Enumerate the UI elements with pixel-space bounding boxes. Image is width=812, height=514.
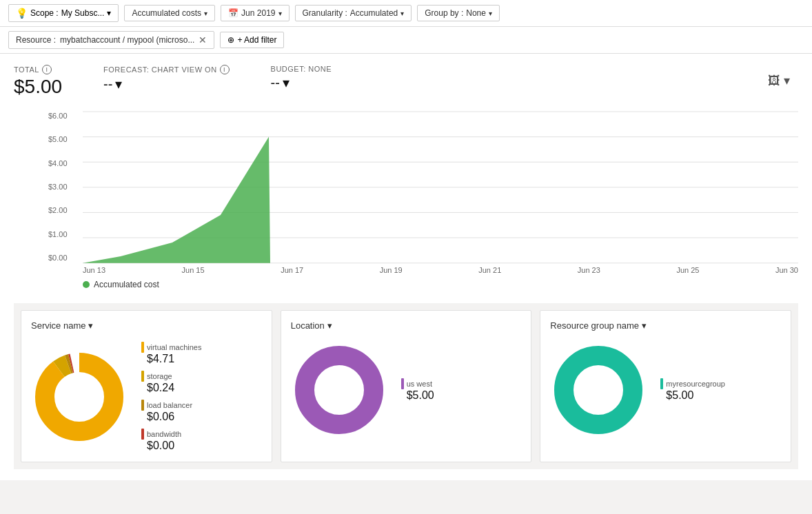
rg-label: myresourcegroup — [666, 380, 725, 388]
bandwidth-label: bandwidth — [147, 430, 181, 438]
add-filter-label: + Add filter — [237, 35, 276, 45]
x-label-jun17: Jun 17 — [281, 266, 303, 274]
legend-item-vms: virtual machines $4.71 — [141, 342, 201, 365]
vm-value: $4.71 — [141, 353, 201, 365]
service-name-body: virtual machines $4.71 storage $0.24 — [31, 342, 262, 452]
location-donut-svg — [291, 342, 387, 438]
storage-label: storage — [147, 372, 172, 380]
vm-color-bar — [141, 342, 144, 353]
chart-legend: Accumulated cost — [83, 280, 798, 289]
bandwidth-color-bar — [141, 429, 144, 440]
legend-item-storage: storage $0.24 — [141, 371, 201, 394]
storage-color-bar — [141, 371, 144, 382]
resource-group-legend: myresourcegroup $5.00 — [660, 378, 725, 402]
total-summary: TOTAL i $5.00 — [14, 65, 62, 98]
service-name-header[interactable]: Service name ▾ — [31, 320, 262, 331]
rg-color-bar — [660, 378, 663, 389]
chart-area: $6.00 $5.00 $4.00 $3.00 $2.00 $1.00 $0.0… — [48, 112, 798, 289]
date-chevron: ▾ — [278, 10, 282, 17]
calendar-icon: 📅 — [228, 8, 238, 18]
total-info-icon[interactable]: i — [42, 65, 52, 74]
location-header[interactable]: Location ▾ — [291, 320, 522, 331]
resource-group-header[interactable]: Resource group name ▾ — [550, 320, 781, 331]
service-name-card: Service name ▾ — [21, 310, 272, 462]
y-label-2: $2.00 — [48, 206, 68, 214]
resource-group-donut — [550, 342, 647, 438]
resource-filter[interactable]: Resource : mybatchaccount / mypool (micr… — [8, 31, 214, 49]
chart-area-fill — [83, 137, 270, 263]
service-name-chevron: ▾ — [88, 320, 93, 331]
scope-label: Scope : — [30, 8, 59, 18]
accumulated-costs-button[interactable]: Accumulated costs ▾ — [124, 5, 215, 21]
groupby-button[interactable]: Group by : None ▾ — [417, 5, 500, 21]
uswest-color-bar — [401, 378, 404, 389]
forecast-info-icon[interactable]: i — [220, 65, 230, 74]
location-card: Location ▾ us west $5.00 — [281, 310, 532, 462]
service-name-title: Service name — [31, 320, 85, 331]
bandwidth-value: $0.00 — [141, 440, 201, 452]
scope-value: My Subsc... — [61, 8, 105, 18]
svg-point-7 — [45, 362, 114, 431]
resource-filter-close[interactable]: ✕ — [199, 34, 207, 45]
resource-filter-label: Resource : — [16, 35, 56, 45]
y-label-5: $5.00 — [48, 135, 68, 143]
granularity-value: Accumulated — [350, 8, 398, 18]
lb-label: load balancer — [147, 401, 192, 409]
budget-chevron[interactable]: ▾ — [283, 74, 290, 91]
chart-svg — [83, 112, 798, 263]
budget-value: -- — [271, 75, 280, 91]
lb-value: $0.06 — [141, 411, 201, 423]
location-body: us west $5.00 — [291, 342, 522, 438]
lb-color-bar — [141, 400, 144, 411]
groupby-chevron: ▾ — [489, 10, 492, 17]
granularity-label: Granularity : — [303, 8, 347, 18]
legend-item-uswest: us west $5.00 — [401, 378, 434, 402]
x-label-jun21: Jun 21 — [478, 266, 501, 274]
y-label-1: $1.00 — [48, 230, 68, 238]
granularity-button[interactable]: Granularity : Accumulated ▾ — [295, 5, 412, 21]
forecast-summary: FORECAST: CHART VIEW ON i -- ▾ — [103, 65, 230, 92]
export-chevron: ▾ — [784, 74, 790, 88]
cards-row: Service name ▾ — [14, 303, 798, 469]
date-value: Jun 2019 — [241, 8, 275, 18]
x-labels: Jun 13 Jun 15 Jun 17 Jun 19 Jun 21 Jun 2… — [83, 266, 798, 274]
location-legend: us west $5.00 — [401, 378, 434, 402]
total-label: TOTAL — [14, 65, 39, 74]
location-donut — [291, 342, 387, 438]
y-label-3: $3.00 — [48, 183, 68, 191]
x-label-jun23: Jun 23 — [578, 266, 600, 274]
y-label-0: $0.00 — [48, 254, 68, 262]
legend-label-accumulated: Accumulated cost — [94, 280, 159, 289]
date-button[interactable]: 📅 Jun 2019 ▾ — [221, 5, 289, 21]
add-filter-button[interactable]: ⊕ + Add filter — [220, 32, 284, 48]
add-filter-icon: ⊕ — [227, 35, 234, 45]
resource-group-donut-svg — [550, 342, 647, 438]
granularity-chevron: ▾ — [400, 10, 404, 17]
service-name-donut-svg — [31, 349, 128, 445]
export-icon: 🖼 — [768, 74, 780, 88]
forecast-chevron[interactable]: ▾ — [115, 76, 122, 92]
scope-chevron: ▾ — [107, 8, 111, 18]
service-name-legend: virtual machines $4.71 storage $0.24 — [141, 342, 201, 452]
x-label-jun15: Jun 15 — [182, 266, 205, 274]
x-label-jun19: Jun 19 — [380, 266, 403, 274]
y-label-6: $6.00 — [48, 112, 68, 120]
summary-row: TOTAL i $5.00 FORECAST: CHART VIEW ON i … — [14, 65, 798, 98]
export-button[interactable]: 🖼 ▾ — [768, 73, 790, 88]
scope-button[interactable]: 💡 Scope : My Subsc... ▾ — [8, 4, 119, 22]
uswest-label: us west — [407, 380, 432, 388]
legend-dot-accumulated — [83, 281, 90, 288]
x-label-jun25: Jun 25 — [676, 266, 699, 274]
legend-item-bandwidth: bandwidth $0.00 — [141, 429, 201, 452]
service-name-donut — [31, 349, 128, 445]
accumulated-costs-chevron: ▾ — [204, 10, 207, 17]
forecast-value: -- — [103, 76, 112, 92]
svg-point-11 — [305, 356, 374, 424]
toolbar-row1: 💡 Scope : My Subsc... ▾ Accumulated cost… — [0, 0, 812, 27]
svg-point-12 — [564, 356, 633, 424]
location-chevron: ▾ — [327, 320, 332, 331]
resource-group-title: Resource group name — [550, 320, 639, 331]
resource-filter-value: mybatchaccount / mypool (microso... — [60, 35, 194, 45]
groupby-label: Group by : — [425, 8, 463, 18]
location-title: Location — [291, 320, 325, 331]
